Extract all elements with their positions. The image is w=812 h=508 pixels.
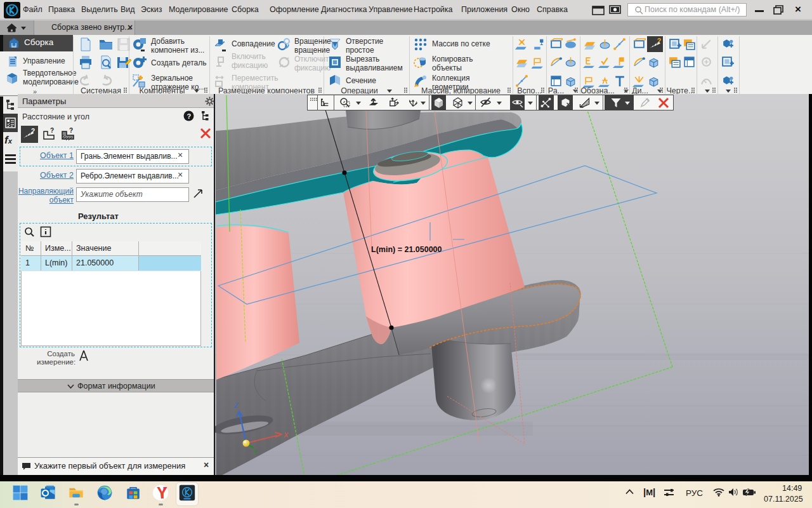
svg-text:?: ?	[187, 112, 192, 120]
svg-text:X: X	[283, 431, 289, 439]
svg-text:L(min) = 21.050000: L(min) = 21.050000	[371, 245, 442, 254]
svg-text:?: ?	[69, 127, 73, 134]
svg-text:?: ?	[657, 37, 661, 44]
svg-text:?: ?	[50, 127, 54, 134]
svg-text:Z: Z	[233, 401, 239, 409]
svg-text:?: ?	[31, 128, 35, 135]
